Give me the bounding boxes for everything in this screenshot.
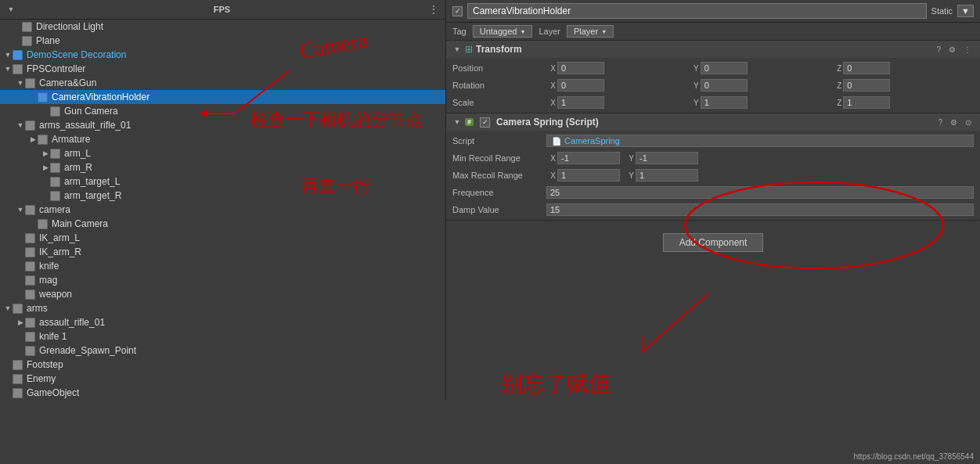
scale-y-input[interactable] <box>701 96 748 109</box>
tree-item-grenade-spawn[interactable]: Grenade_Spawn_Point <box>0 344 445 358</box>
label-arm-target-r: arm_target_R <box>64 190 121 201</box>
frequence-input[interactable] <box>546 186 974 199</box>
transform-grid-icon: ⊞ <box>465 44 473 55</box>
min-recoil-y-input[interactable] <box>636 152 698 164</box>
add-component-button[interactable]: Add Component <box>663 233 764 252</box>
rotation-z-input[interactable] <box>843 79 890 92</box>
position-z-input[interactable] <box>843 62 890 74</box>
position-x-input[interactable] <box>557 62 604 74</box>
tree-item-ik-arm-r[interactable]: IK_arm_R <box>0 245 445 259</box>
tree-item-camera-node[interactable]: ▼ camera <box>0 203 445 217</box>
tree-item-assault-rifle[interactable]: ▶ assault_rifle_01 <box>0 315 445 329</box>
icon-camera-vibration <box>38 92 50 103</box>
tree-item-knife-1[interactable]: knife 1 <box>0 329 445 344</box>
min-recoil-row: Min Recoil Range X Y <box>446 149 980 167</box>
script-name: CameraSpring <box>564 136 620 146</box>
icon-fpscontroller <box>13 63 25 74</box>
rotation-x-input[interactable] <box>557 79 604 92</box>
script-label: Script <box>452 136 546 146</box>
arrow-arms-assault: ▼ <box>16 121 25 129</box>
static-dropdown[interactable]: ▼ <box>957 5 974 17</box>
tree-item-arm-r[interactable]: ▶ arm_R <box>0 160 445 174</box>
position-label: Position <box>452 63 546 73</box>
camera-spring-active-checkbox[interactable] <box>480 117 490 128</box>
tree-item-main-camera[interactable]: Main Camera <box>0 217 445 231</box>
tree-item-gun-camera[interactable]: Gun Camera <box>0 104 445 118</box>
tree-item-directional-light[interactable]: Directional Light <box>0 20 445 34</box>
max-recoil-y-input[interactable] <box>636 169 698 182</box>
hierarchy-menu-icon[interactable]: ⋮ <box>428 3 439 16</box>
label-arm-target-l: arm_target_L <box>64 176 120 187</box>
tree-item-arm-l[interactable]: ▶ arm_L <box>0 146 445 160</box>
label-arm-l: arm_L <box>64 148 91 159</box>
label-fpscontroller: FPSController <box>27 63 85 74</box>
icon-gameobject <box>13 387 25 398</box>
camera-spring-settings-icon[interactable]: ⚙ <box>948 117 960 128</box>
label-arm-r: arm_R <box>64 162 92 173</box>
min-recoil-x-input[interactable] <box>557 152 620 164</box>
tree-item-arm-target-l[interactable]: arm_target_L <box>0 174 445 189</box>
max-recoil-x-input[interactable] <box>557 169 620 182</box>
tree-item-fpscontroller[interactable]: ▼ FPSController <box>0 62 445 76</box>
rotation-y-input[interactable] <box>701 79 748 92</box>
damp-input[interactable] <box>546 203 974 216</box>
transform-menu-icon[interactable]: ⋮ <box>961 45 974 55</box>
transform-help-icon[interactable]: ? <box>934 45 943 55</box>
arrow-fpscontroller: ▼ <box>3 65 13 73</box>
tree-item-arm-target-r[interactable]: arm_target_R <box>0 189 445 203</box>
tree-item-demoscene[interactable]: ▼ DemoScene Decoration <box>0 48 445 62</box>
label-footstep: Footstep <box>27 359 63 370</box>
arrow-arm-l: ▶ <box>41 149 50 157</box>
icon-camera-node <box>25 204 38 215</box>
camera-spring-header[interactable]: ▼ # Camera Spring (Script) ? ⚙ ⊙ <box>446 113 980 131</box>
scale-x-field: X <box>546 96 688 109</box>
tree-item-armature[interactable]: ▶ Armature <box>0 132 445 146</box>
camera-spring-component: ▼ # Camera Spring (Script) ? ⚙ ⊙ Script … <box>446 113 980 221</box>
icon-knife-1 <box>25 331 38 342</box>
transform-component: ▼ ⊞ Transform ? ⚙ ⋮ Position X <box>446 41 980 113</box>
object-name-input[interactable] <box>467 3 927 19</box>
min-y-label: Y <box>625 154 634 163</box>
position-x-field: X <box>546 62 688 74</box>
tree-item-arms[interactable]: ▼ arms <box>0 301 445 315</box>
object-active-checkbox[interactable] <box>452 6 463 16</box>
scale-z-field: Z <box>832 96 974 109</box>
camera-spring-help-icon[interactable]: ? <box>935 117 945 128</box>
icon-armature <box>38 134 50 145</box>
tree-item-mag[interactable]: mag <box>0 273 445 287</box>
tag-dropdown[interactable]: Untagged <box>473 25 533 38</box>
camera-spring-menu-icon[interactable]: ⊙ <box>963 117 974 128</box>
hierarchy-collapse-arrow[interactable]: ▼ <box>6 5 16 13</box>
label-camera-vibration: CameraVibrationHolder <box>52 92 150 103</box>
label-assault-rifle: assault_rifle_01 <box>39 317 105 328</box>
scale-y-field: Y <box>690 96 831 109</box>
tree-item-weapon[interactable]: weapon <box>0 287 445 301</box>
layer-dropdown[interactable]: Player <box>567 25 614 38</box>
scale-x-input[interactable] <box>557 96 604 109</box>
arrow-camera-gun: ▼ <box>16 79 25 87</box>
label-main-camera: Main Camera <box>52 218 108 229</box>
tree-item-camera-vibration[interactable]: CameraVibrationHolder <box>0 90 445 104</box>
label-knife-1: knife 1 <box>39 331 67 342</box>
transform-settings-icon[interactable]: ⚙ <box>946 45 958 55</box>
tree-item-camera-gun[interactable]: ▼ Camera&Gun <box>0 76 445 90</box>
tree-item-plane[interactable]: Plane <box>0 34 445 48</box>
tree-item-gameobject[interactable]: GameObject <box>0 386 445 400</box>
tree-item-arms-assault[interactable]: ▼ arms_assault_rifle_01 <box>0 118 445 132</box>
rotation-xyz: X Y Z <box>546 79 974 92</box>
script-icon: 📄 <box>552 137 561 146</box>
icon-directional-light <box>22 21 34 32</box>
transform-header[interactable]: ▼ ⊞ Transform ? ⚙ ⋮ <box>446 41 980 58</box>
min-recoil-label: Min Recoil Range <box>452 153 546 163</box>
transform-collapse-icon: ▼ <box>452 45 462 53</box>
tree-item-footstep[interactable]: Footstep <box>0 358 445 372</box>
camera-spring-body: Script 📄 CameraSpring Min Recoil Range X… <box>446 131 980 220</box>
tree-item-knife[interactable]: knife <box>0 259 445 273</box>
tag-label: Tag <box>452 27 467 36</box>
position-y-field: Y <box>690 62 831 74</box>
tree-item-ik-arm-l[interactable]: IK_arm_L <box>0 231 445 245</box>
tree-item-enemy[interactable]: Enemy <box>0 372 445 386</box>
scale-z-input[interactable] <box>843 96 890 109</box>
label-plane: Plane <box>36 35 60 46</box>
position-y-input[interactable] <box>701 62 748 74</box>
